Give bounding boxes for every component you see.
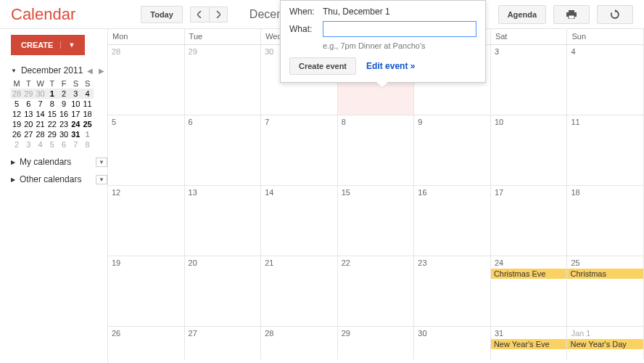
mini-day[interactable]: 6	[22, 99, 34, 109]
mini-day[interactable]: 19	[11, 119, 22, 129]
mini-day[interactable]: 3	[70, 89, 81, 99]
day-cell[interactable]: 9	[414, 115, 491, 185]
mini-day[interactable]: 18	[82, 109, 94, 119]
day-cell[interactable]: 11	[567, 115, 644, 185]
day-cell[interactable]: 31New Year's Eve	[491, 327, 568, 359]
day-cell[interactable]: 30	[414, 327, 491, 359]
mini-day[interactable]: 7	[70, 139, 81, 150]
mini-day[interactable]: 5	[11, 99, 22, 109]
mini-day[interactable]: 6	[58, 139, 70, 150]
day-cell[interactable]: 25Christmas	[567, 256, 644, 326]
day-cell[interactable]: 6	[185, 115, 262, 185]
collapse-icon[interactable]: ▼	[11, 68, 17, 74]
day-cell[interactable]: 4	[567, 45, 644, 115]
create-event-button[interactable]: CREATE ▼	[11, 35, 85, 55]
calendar-event[interactable]: Christmas Eve	[491, 269, 567, 279]
mini-day[interactable]: 1	[46, 89, 58, 99]
mini-day[interactable]: 2	[58, 89, 70, 99]
app-logo[interactable]: Calendar	[11, 5, 75, 24]
day-cell[interactable]: 29	[185, 45, 262, 115]
mini-day[interactable]: 23	[58, 119, 70, 129]
mini-day[interactable]: 29	[46, 129, 58, 139]
day-cell[interactable]: 16	[414, 186, 491, 256]
mini-day[interactable]: 30	[58, 129, 70, 139]
calendar-event[interactable]: New Year's Eve	[491, 339, 567, 349]
mini-day[interactable]: 28	[11, 89, 22, 99]
mini-day[interactable]: 25	[82, 119, 94, 129]
mini-day[interactable]: 3	[22, 139, 34, 150]
day-cell[interactable]: 23	[414, 256, 491, 326]
day-cell[interactable]: 3	[491, 45, 568, 115]
day-cell[interactable]: 26	[108, 327, 185, 359]
day-cell[interactable]: 8	[338, 115, 415, 185]
day-cell[interactable]: 7	[261, 115, 338, 185]
day-cell[interactable]: 18	[567, 186, 644, 256]
create-event-submit[interactable]: Create event	[289, 57, 356, 75]
other-calendars-section[interactable]: ▶ Other calendars ▼	[11, 174, 107, 184]
day-cell[interactable]: 28	[108, 45, 185, 115]
other-calendars-menu[interactable]: ▼	[96, 175, 107, 184]
day-cell[interactable]: 29	[338, 327, 415, 359]
my-calendars-section[interactable]: ▶ My calendars ▼	[11, 157, 107, 167]
mini-day[interactable]: 5	[46, 139, 58, 150]
mini-calendar: MTWTFSS282930123456789101112131415161718…	[11, 78, 107, 150]
agenda-view-button[interactable]: Agenda	[498, 5, 546, 24]
print-button[interactable]	[553, 5, 590, 24]
mini-day[interactable]: 17	[70, 109, 81, 119]
mini-day[interactable]: 31	[70, 129, 81, 139]
mini-day[interactable]: 22	[46, 119, 58, 129]
day-cell[interactable]: Jan 1New Year's Day	[567, 327, 644, 359]
mini-day[interactable]: 8	[82, 139, 94, 150]
mini-day[interactable]: 28	[35, 129, 46, 139]
mini-day[interactable]: 24	[70, 119, 81, 129]
mini-day[interactable]: 4	[82, 89, 94, 99]
refresh-button[interactable]	[597, 5, 633, 24]
day-cell[interactable]: 17	[491, 186, 568, 256]
day-cell[interactable]: 13	[185, 186, 262, 256]
mini-day[interactable]: 29	[22, 89, 34, 99]
mini-day[interactable]: 2	[11, 139, 22, 150]
next-period-button[interactable]	[209, 7, 228, 23]
day-cell[interactable]: 14	[261, 186, 338, 256]
day-cell[interactable]: 28	[261, 327, 338, 359]
day-cell[interactable]: 19	[108, 256, 185, 326]
mini-day[interactable]: 9	[58, 99, 70, 109]
mini-day[interactable]: 30	[35, 89, 46, 99]
mini-day[interactable]: 7	[35, 99, 46, 109]
mini-day[interactable]: 26	[11, 129, 22, 139]
day-cell[interactable]: 5	[108, 115, 185, 185]
today-button[interactable]: Today	[141, 6, 183, 23]
day-cell[interactable]: 20	[185, 256, 262, 326]
mini-day[interactable]: 21	[35, 119, 46, 129]
day-cell[interactable]: 15	[338, 186, 415, 256]
my-calendars-menu[interactable]: ▼	[96, 158, 107, 167]
event-title-input[interactable]	[323, 21, 476, 37]
mini-day[interactable]: 11	[82, 99, 94, 109]
day-cell[interactable]: 27	[185, 327, 262, 359]
mini-day[interactable]: 13	[22, 109, 34, 119]
mini-day[interactable]: 16	[58, 109, 70, 119]
mini-day[interactable]: 15	[46, 109, 58, 119]
calendar-event[interactable]: New Year's Day	[567, 339, 643, 349]
day-cell[interactable]: 22	[338, 256, 415, 326]
edit-event-link[interactable]: Edit event »	[366, 61, 415, 71]
mini-day[interactable]: 20	[22, 119, 34, 129]
other-calendars-label: Other calendars	[20, 174, 81, 184]
expand-icon: ▶	[11, 176, 15, 183]
mini-next-button[interactable]: ▶	[96, 67, 107, 75]
day-cell[interactable]: 10	[491, 115, 568, 185]
mini-day[interactable]: 27	[22, 129, 34, 139]
when-label: When:	[289, 7, 323, 17]
mini-day[interactable]: 4	[35, 139, 46, 150]
mini-prev-button[interactable]: ◀	[84, 67, 96, 75]
mini-day[interactable]: 1	[82, 129, 94, 139]
mini-day[interactable]: 14	[35, 109, 46, 119]
mini-day[interactable]: 10	[70, 99, 81, 109]
calendar-event[interactable]: Christmas	[567, 269, 643, 279]
day-cell[interactable]: 12	[108, 186, 185, 256]
mini-day[interactable]: 12	[11, 109, 22, 119]
prev-period-button[interactable]	[190, 7, 209, 23]
day-cell[interactable]: 21	[261, 256, 338, 326]
day-cell[interactable]: 24Christmas Eve	[491, 256, 568, 326]
mini-day[interactable]: 8	[46, 99, 58, 109]
